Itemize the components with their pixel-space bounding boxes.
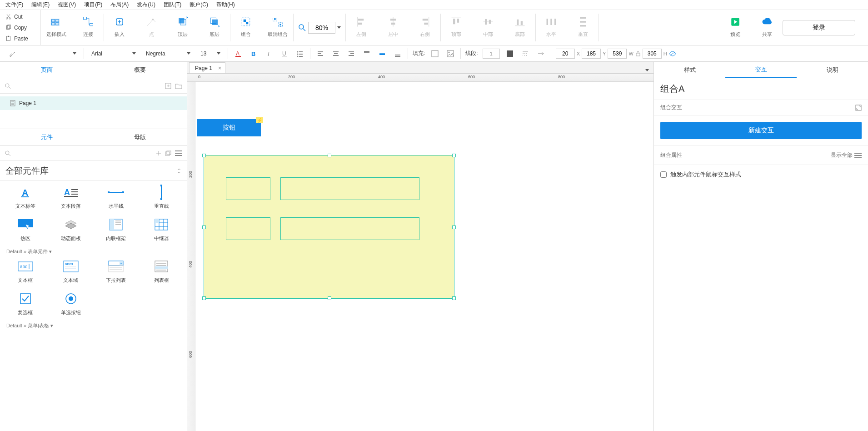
italic-button[interactable]: I [264,48,274,59]
lib-section-menu[interactable]: Default » 菜单|表格 ▾ [3,316,184,334]
close-tab-icon[interactable]: × [218,65,221,71]
expand-icon[interactable] [855,105,862,111]
widget-radio[interactable]: 单选按钮 [48,292,94,316]
add-icon[interactable] [156,150,161,156]
canvas-rect[interactable] [280,217,419,240]
menu-icon[interactable] [175,150,182,156]
lock-icon[interactable] [635,51,641,56]
valign-mid[interactable] [377,48,388,59]
search-icon[interactable] [5,83,11,89]
tab-masters[interactable]: 母版 [94,129,187,145]
tab-notes[interactable]: 说明 [797,62,868,78]
menu-help[interactable]: 帮助(H) [216,1,235,9]
canvas-rect[interactable] [226,217,270,240]
copy-button[interactable]: Copy [0,22,40,33]
align-right-text[interactable] [346,48,357,59]
text-color-button[interactable]: A [233,48,244,59]
point-button[interactable]: 点 [140,15,162,38]
size-dropdown[interactable]: 13 [198,48,223,60]
menu-account[interactable]: 账户(C) [190,1,208,9]
pos-y[interactable] [582,49,601,59]
widget-vline[interactable]: 垂直线 [139,185,184,210]
widget-hline[interactable]: 水平线 [94,185,139,210]
menu-publish[interactable]: 发布(U) [137,1,155,9]
dist-v-button[interactable]: 垂直 [572,15,594,38]
align-top-button[interactable]: 顶部 [445,15,467,38]
top-layer-button[interactable]: 顶层 [172,15,194,38]
menu-view[interactable]: 视图(V) [58,1,76,9]
stroke-color[interactable] [504,48,515,59]
arrow-style[interactable] [535,48,546,59]
valign-bot[interactable] [392,48,403,59]
insert-button[interactable]: 插入 [109,15,130,38]
tab-interactions[interactable]: 交互 [725,62,797,78]
ungroup-button[interactable]: 取消组合 [267,15,289,38]
align-bottom-button[interactable]: 底部 [509,15,531,38]
select-mode-button[interactable]: 选择模式 [45,15,67,38]
canvas[interactable]: 按钮 ⚡ [195,82,653,431]
bold-button[interactable]: B [248,48,259,59]
align-right-button[interactable]: 右侧 [414,15,436,38]
share-button[interactable]: 共享 [756,15,778,38]
canvas-button-shape[interactable]: 按钮 ⚡ [197,119,261,136]
tab-pages[interactable]: 页面 [0,62,94,78]
search-icon[interactable] [5,150,11,156]
widget-iframe[interactable]: 内联框架 [94,218,139,242]
widget-checkbox[interactable]: 复选框 [3,292,48,316]
align-center-text[interactable] [330,48,341,59]
canvas-rect[interactable] [226,177,270,200]
expand-icon[interactable] [177,168,181,174]
canvas-rect[interactable] [280,177,419,200]
bottom-layer-button[interactable]: 底层 [204,15,225,38]
pos-w[interactable] [608,49,627,59]
stroke-width[interactable] [483,49,500,59]
zoom-input[interactable] [308,22,335,34]
bullet-button[interactable] [294,48,305,59]
canvas-group-selection[interactable] [204,155,454,299]
align-left-button[interactable]: 左侧 [350,15,372,38]
align-left-text[interactable] [315,48,326,59]
menu-project[interactable]: 项目(P) [84,1,102,9]
page-row[interactable]: Page 1 [0,96,187,110]
tab-style[interactable]: 样式 [654,62,725,78]
underline-button[interactable]: U [279,48,290,59]
login-button[interactable]: 登录 [783,20,855,35]
align-middle-button[interactable]: 中部 [477,15,499,38]
group-button[interactable]: 组合 [235,15,257,38]
pos-h[interactable] [643,49,662,59]
widget-paragraph[interactable]: A文本段落 [48,185,94,210]
visibility-icon[interactable] [669,51,676,56]
menu-edit[interactable]: 编辑(E) [31,1,50,9]
tab-widgets[interactable]: 元件 [0,129,94,145]
lib-section-form[interactable]: Default » 表单元件 ▾ [3,242,184,260]
valign-top[interactable] [361,48,372,59]
trigger-inner-checkbox[interactable] [660,171,667,178]
fill-color[interactable] [429,48,440,59]
pos-x[interactable] [556,49,575,59]
add-folder-icon[interactable] [175,83,182,89]
style-dropdown[interactable] [6,48,79,60]
fill-image[interactable] [445,48,456,59]
zoom-control[interactable] [298,22,341,34]
widget-label[interactable]: A文本标签 [3,185,48,210]
align-center-h-button[interactable]: 居中 [382,15,404,38]
widget-repeater[interactable]: 中继器 [139,218,184,242]
widget-listbox[interactable]: 列表框 [139,260,184,284]
page-tab[interactable]: Page 1× [189,62,225,73]
stroke-style[interactable] [520,48,531,59]
widget-dynamic-panel[interactable]: 动态面板 [48,218,94,242]
copy-icon[interactable] [165,150,171,156]
dist-h-button[interactable]: 水平 [540,15,562,38]
cut-button[interactable]: Cut [0,11,40,22]
show-all[interactable]: 显示全部 [831,151,853,159]
preview-button[interactable]: 预览 [724,15,746,38]
widget-textfield[interactable]: abc文本框 [3,260,48,284]
widget-dropdown[interactable]: 下拉列表 [94,260,139,284]
add-page-icon[interactable] [165,83,171,89]
tabs-overflow[interactable] [645,69,649,71]
widget-hotspot[interactable]: 热区 [3,218,48,242]
menu-icon[interactable] [854,153,862,158]
menu-layout[interactable]: 布局(A) [110,1,129,9]
weight-dropdown[interactable]: Negreta [143,48,193,60]
connect-button[interactable]: 连接 [77,15,99,38]
